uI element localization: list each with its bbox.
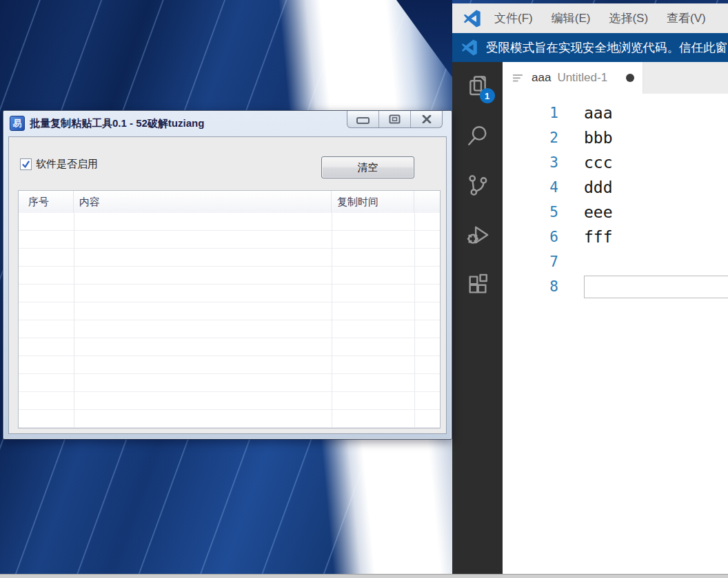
code-line: 5 eee — [503, 200, 728, 225]
vscode-banner-icon — [461, 39, 478, 56]
code-line: 4 ddd — [503, 175, 728, 200]
column-header-content[interactable]: 内容 — [74, 191, 332, 213]
line-text: fff — [584, 228, 613, 246]
extensions-icon[interactable] — [463, 269, 493, 300]
menu-item-selection[interactable]: 选择(S) — [609, 10, 648, 26]
clipboard-table: 序号 内容 复制时间 — [18, 190, 441, 429]
code-line: 3 ccc — [503, 150, 728, 175]
plaintext-file-icon — [512, 72, 524, 84]
batch-copy-tool-window: 易 批量复制粘贴工具0.1 - 52破解tuziang 软件是否启用 — [3, 110, 452, 440]
run-debug-icon[interactable] — [463, 220, 493, 250]
column-divider — [414, 213, 415, 428]
code-line: 6 fff — [503, 225, 728, 249]
menu-item-view[interactable]: 查看(V) — [667, 10, 706, 26]
code-line: 1 aaa — [503, 101, 728, 125]
line-text: eee — [584, 203, 613, 221]
vscode-logo-icon — [463, 10, 481, 28]
code-line: 2 bbb — [503, 125, 728, 150]
code-line: 8 — [503, 274, 728, 299]
column-header-index[interactable]: 序号 — [19, 191, 74, 213]
clear-button[interactable]: 清空 — [321, 156, 414, 178]
line-text: bbb — [584, 129, 613, 147]
line-text: aaa — [584, 104, 613, 122]
enable-software-label: 软件是否启用 — [36, 158, 98, 171]
minimize-icon — [356, 117, 370, 124]
close-button[interactable] — [410, 111, 442, 127]
trust-window-link[interactable]: 信任此窗 — [679, 39, 727, 56]
tab-label: aaa — [532, 71, 551, 85]
tool-window-client-area: 软件是否启用 清空 序号 内容 复制时间 — [8, 136, 447, 434]
code-editor[interactable]: 1 aaa 2 bbb 3 ccc 4 ddd 5 eee — [503, 94, 728, 578]
table-header-row: 序号 内容 复制时间 — [19, 191, 440, 214]
window-controls — [347, 111, 443, 128]
easy-language-icon: 易 — [10, 116, 25, 131]
restricted-mode-message: 受限模式旨在实现安全地浏览代码。 — [486, 39, 679, 56]
vscode-titlebar: 文件(F) 编辑(E) 选择(S) 查看(V) — [452, 3, 728, 33]
restricted-mode-banner: 受限模式旨在实现安全地浏览代码。 信任此窗 — [452, 33, 728, 62]
checkmark-icon — [21, 160, 30, 169]
line-number: 7 — [503, 254, 558, 270]
activity-bar: 1 — [452, 62, 503, 578]
line-number: 1 — [503, 105, 558, 121]
line-number: 5 — [503, 204, 558, 220]
search-icon[interactable] — [463, 121, 493, 151]
enable-software-row: 软件是否启用 — [20, 158, 98, 171]
menu-item-edit[interactable]: 编辑(E) — [552, 10, 591, 26]
menu-item-file[interactable]: 文件(F) — [494, 10, 533, 26]
line-number: 3 — [503, 154, 558, 171]
line-number: 2 — [503, 130, 558, 146]
column-header-blank — [414, 191, 440, 213]
vscode-window: 文件(F) 编辑(E) 选择(S) 查看(V) 受限模式旨在实现安全地浏览代码。… — [452, 3, 728, 578]
inline-input-box[interactable] — [584, 276, 728, 298]
taskbar-edge — [0, 574, 728, 578]
line-number: 8 — [503, 278, 558, 295]
tab-description: Untitled-1 — [557, 71, 607, 85]
explorer-badge: 1 — [480, 88, 495, 103]
minimize-button[interactable] — [347, 111, 378, 127]
line-number: 4 — [503, 179, 558, 196]
line-text: ddd — [584, 178, 613, 196]
column-divider — [74, 213, 74, 428]
column-divider — [332, 213, 332, 428]
line-number: 6 — [503, 229, 558, 245]
source-control-icon[interactable] — [463, 170, 493, 200]
enable-software-checkbox[interactable] — [20, 158, 32, 170]
tab-modified-dot[interactable] — [626, 74, 634, 82]
tab-untitled-1[interactable]: aaa Untitled-1 — [503, 62, 643, 94]
code-line: 7 — [503, 249, 728, 274]
tool-window-title: 批量复制粘贴工具0.1 - 52破解tuziang — [30, 117, 204, 130]
line-text: ccc — [584, 154, 613, 172]
explorer-icon[interactable]: 1 — [463, 71, 493, 101]
maximize-button[interactable] — [378, 111, 410, 127]
close-icon — [422, 115, 432, 123]
table-body-empty — [19, 213, 440, 428]
column-header-copy-time[interactable]: 复制时间 — [332, 191, 414, 213]
tab-bar: aaa Untitled-1 — [503, 62, 728, 94]
maximize-icon — [389, 114, 401, 124]
